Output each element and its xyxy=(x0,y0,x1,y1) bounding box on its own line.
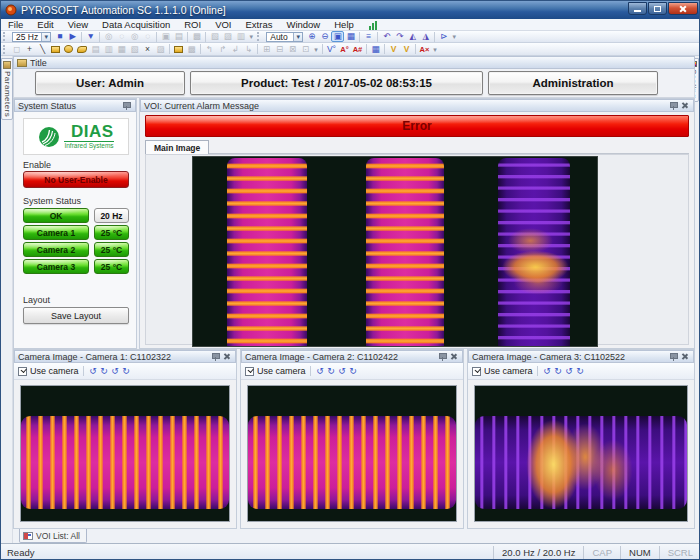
use-camera-checkbox[interactable] xyxy=(18,367,27,376)
gain-down-icon[interactable]: ↻ xyxy=(121,366,132,376)
user-button[interactable]: User: Admin xyxy=(35,71,185,95)
distribute-1-icon[interactable]: ⊞ xyxy=(260,44,273,55)
distribute-3-icon[interactable]: ⊠ xyxy=(286,44,299,55)
select-tool-icon[interactable]: ◻ xyxy=(10,44,23,55)
play-button[interactable]: ▶ xyxy=(66,31,79,42)
close-panel-icon[interactable] xyxy=(449,352,458,361)
align-left-icon[interactable]: ↰ xyxy=(203,44,216,55)
menu-help[interactable]: Help xyxy=(327,19,361,31)
gain-down-icon[interactable]: ↻ xyxy=(575,366,586,376)
roi-paste-icon[interactable]: ▥ xyxy=(102,44,115,55)
zoom-window-icon[interactable]: ▦ xyxy=(344,31,357,42)
focus-far-icon[interactable]: ↺ xyxy=(315,366,326,376)
menu-data-acquisition[interactable]: Data Acquisition xyxy=(95,19,177,31)
pointer-icon[interactable]: ⊳ xyxy=(437,31,450,42)
gain-up-icon[interactable]: ↺ xyxy=(564,366,575,376)
toolbar-overflow-icon[interactable]: ▾ xyxy=(431,44,439,55)
add-point-icon[interactable]: + xyxy=(23,44,36,55)
pin-icon[interactable] xyxy=(669,101,677,110)
menu-view[interactable]: View xyxy=(61,19,95,31)
focus-far-icon[interactable]: ↺ xyxy=(542,366,553,376)
administration-button[interactable]: Administration xyxy=(488,71,658,95)
snapshot-save-icon[interactable]: ▤ xyxy=(172,31,185,42)
toolbar-grip[interactable] xyxy=(257,32,262,41)
gain-down-icon[interactable]: ↻ xyxy=(348,366,359,376)
toolbar-grip[interactable] xyxy=(3,32,8,41)
roi-lock-icon[interactable]: ▨ xyxy=(154,44,167,55)
toolbar-overflow-icon[interactable]: ▾ xyxy=(450,31,458,42)
toolbar-overflow-icon[interactable]: ▾ xyxy=(312,44,320,55)
user-enable-button[interactable]: No User-Enable xyxy=(23,171,129,188)
menu-voi[interactable]: VOI xyxy=(208,19,238,31)
import-roi-icon[interactable] xyxy=(174,46,183,53)
focus-far-icon[interactable]: ↺ xyxy=(88,366,99,376)
use-camera-checkbox[interactable] xyxy=(245,367,254,376)
tab-main-image[interactable]: Main Image xyxy=(145,140,209,154)
frequency-combobox[interactable]: 25 Hz▾ xyxy=(12,32,51,42)
record-stop2-icon[interactable]: ◌ xyxy=(141,31,154,42)
profiles-icon[interactable]: ≡ xyxy=(362,31,375,42)
toolbar-grip[interactable] xyxy=(3,45,8,54)
align-top-icon[interactable]: ↲ xyxy=(229,44,242,55)
zoom-out-icon[interactable]: ⊖ xyxy=(318,31,331,42)
gain-up-icon[interactable]: ↺ xyxy=(110,366,121,376)
gain-up-icon[interactable]: ↺ xyxy=(337,366,348,376)
filter-icon[interactable]: ▼ xyxy=(84,31,97,42)
zoom-in-icon[interactable]: ⊕ xyxy=(305,31,318,42)
menu-window[interactable]: Window xyxy=(279,19,327,31)
minimize-button[interactable] xyxy=(628,2,647,15)
pin-icon[interactable] xyxy=(669,352,677,361)
menu-extras[interactable]: Extras xyxy=(239,19,280,31)
pin-icon[interactable] xyxy=(211,352,219,361)
rotate-left-icon[interactable]: ↶ xyxy=(380,31,393,42)
save-layout-button[interactable]: Save Layout xyxy=(23,307,129,324)
stop-button[interactable]: ■ xyxy=(53,31,66,42)
zoom-fit-icon[interactable]: ▣ xyxy=(331,31,344,42)
roi-duplicate-icon[interactable]: ▦ xyxy=(115,44,128,55)
ellipse-tool-icon[interactable] xyxy=(64,45,73,53)
flip-vertical-icon[interactable]: ◮ xyxy=(419,31,432,42)
tab-parameters[interactable]: Parameters xyxy=(1,58,13,120)
delete-roi-icon[interactable]: × xyxy=(141,44,154,55)
rotate-right-icon[interactable]: ↷ xyxy=(393,31,406,42)
menu-roi[interactable]: ROI xyxy=(177,19,208,31)
pin-icon[interactable] xyxy=(438,352,446,361)
export-roi-icon[interactable]: ▩ xyxy=(185,44,198,55)
record-stop-icon[interactable]: ◌ xyxy=(115,31,128,42)
delete-voi-icon[interactable]: A× xyxy=(418,44,431,55)
roi-copy-icon[interactable]: ▤ xyxy=(89,44,102,55)
close-button[interactable] xyxy=(668,2,698,15)
camera3-thermal-image[interactable] xyxy=(474,385,688,522)
close-panel-icon[interactable] xyxy=(680,352,689,361)
focus-near-icon[interactable]: ↻ xyxy=(326,366,337,376)
camera1-thermal-image[interactable] xyxy=(20,385,230,522)
snapshot-icon[interactable]: ▣ xyxy=(159,31,172,42)
maximize-button[interactable] xyxy=(648,2,667,15)
tab-voi-list[interactable]: VOI List: All xyxy=(19,529,87,543)
voi-table-icon[interactable]: ▦ xyxy=(369,44,382,55)
record-start-icon[interactable]: ◎ xyxy=(102,31,115,42)
label-c-icon[interactable]: ▥ xyxy=(234,31,247,42)
align-bottom-icon[interactable]: ↳ xyxy=(242,44,255,55)
close-panel-icon[interactable] xyxy=(680,101,689,110)
focus-near-icon[interactable]: ↻ xyxy=(553,366,564,376)
rectangle-tool-icon[interactable] xyxy=(51,46,60,53)
label-b-icon[interactable]: ▨ xyxy=(221,31,234,42)
voi-alarm2-icon[interactable]: A# xyxy=(351,44,364,55)
voi-flag2-icon[interactable]: V xyxy=(400,44,413,55)
record-start2-icon[interactable]: ◎ xyxy=(128,31,141,42)
align-right-icon[interactable]: ↱ xyxy=(216,44,229,55)
zoom-combobox[interactable]: Auto▾ xyxy=(266,32,303,42)
product-button[interactable]: Product: Test / 2017-05-02 08:53:15 xyxy=(190,71,483,95)
reference-image-icon[interactable]: ▩ xyxy=(190,31,203,42)
distribute-2-icon[interactable]: ⊟ xyxy=(273,44,286,55)
line-tool-icon[interactable]: ╲ xyxy=(36,44,49,55)
label-a-icon[interactable]: ▧ xyxy=(208,31,221,42)
focus-near-icon[interactable]: ↻ xyxy=(99,366,110,376)
voi-alarm-icon[interactable]: A° xyxy=(338,44,351,55)
voi-value-icon[interactable]: V° xyxy=(325,44,338,55)
voi-flag-icon[interactable]: V xyxy=(387,44,400,55)
menu-edit[interactable]: Edit xyxy=(30,19,60,31)
roi-edit-icon[interactable]: ▧ xyxy=(128,44,141,55)
pin-icon[interactable] xyxy=(122,101,130,110)
